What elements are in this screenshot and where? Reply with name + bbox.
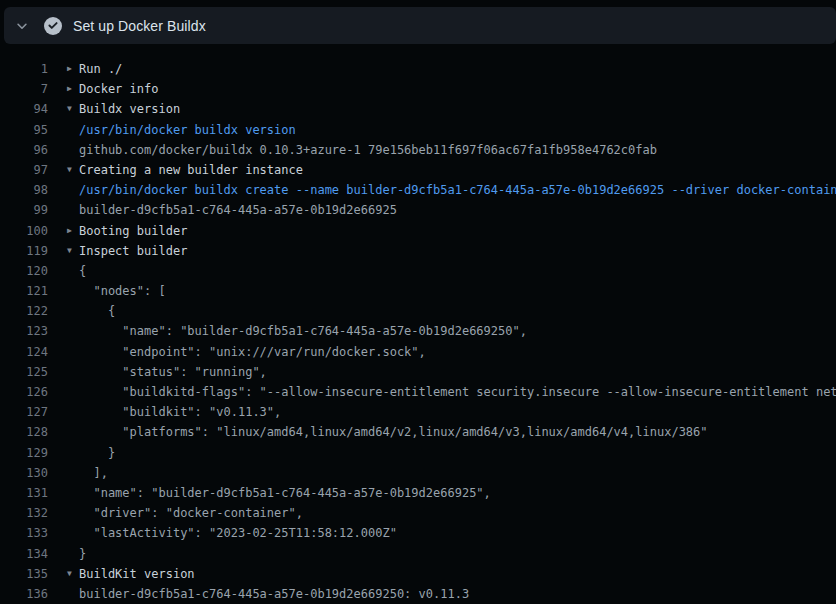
log-group-row[interactable]: 100▶Booting builder [0, 221, 836, 241]
line-number[interactable]: 133 [0, 523, 48, 543]
group-title: Docker info [79, 79, 158, 99]
log-text: } [79, 443, 115, 463]
log-group-row[interactable]: 135▼BuildKit version [0, 564, 836, 584]
log-group-row[interactable]: 94▼Buildx version [0, 99, 836, 119]
line-number[interactable]: 128 [0, 422, 48, 442]
log-group-row[interactable]: 7▶Docker info [0, 79, 836, 99]
log-text: builder-d9cfb5a1-c764-445a-a57e-0b19d2e6… [79, 584, 469, 604]
status-check-icon [44, 17, 62, 35]
line-number[interactable]: 125 [0, 362, 48, 382]
gutter-spacer [67, 584, 79, 604]
command-text: /usr/bin/docker buildx version [79, 120, 296, 140]
group-title: Inspect builder [79, 241, 187, 261]
gutter-spacer [67, 503, 79, 523]
log-row: 136builder-d9cfb5a1-c764-445a-a57e-0b19d… [0, 584, 836, 604]
line-number[interactable]: 97 [0, 160, 48, 180]
log-row: 123 "name": "builder-d9cfb5a1-c764-445a-… [0, 321, 836, 341]
line-number[interactable]: 1 [0, 59, 48, 79]
log-row: 120{ [0, 261, 836, 281]
log-text: "status": "running", [79, 362, 267, 382]
log-lines: 1▶Run ./7▶Docker info94▼Buildx version95… [0, 59, 836, 604]
log-row: 127 "buildkit": "v0.11.3", [0, 402, 836, 422]
log-group-row[interactable]: 97▼Creating a new builder instance [0, 160, 836, 180]
group-title: Creating a new builder instance [79, 160, 303, 180]
line-number[interactable]: 129 [0, 443, 48, 463]
log-text: "platforms": "linux/amd64,linux/amd64/v2… [79, 422, 708, 442]
line-number[interactable]: 136 [0, 584, 48, 604]
log-row: 132 "driver": "docker-container", [0, 503, 836, 523]
collapse-group-icon[interactable]: ▼ [67, 241, 79, 261]
line-number[interactable]: 134 [0, 544, 48, 564]
gutter-spacer [67, 200, 79, 220]
actions-log-viewer: Set up Docker Buildx 1▶Run ./7▶Docker in… [0, 0, 836, 604]
gutter-spacer [67, 523, 79, 543]
expand-group-icon[interactable]: ▶ [67, 79, 79, 99]
line-number[interactable]: 95 [0, 120, 48, 140]
log-row: 131 "name": "builder-d9cfb5a1-c764-445a-… [0, 483, 836, 503]
collapse-group-icon[interactable]: ▼ [67, 564, 79, 584]
line-number[interactable]: 132 [0, 503, 48, 523]
log-row: 130 ], [0, 463, 836, 483]
line-number[interactable]: 127 [0, 402, 48, 422]
group-title: BuildKit version [79, 564, 195, 584]
gutter-spacer [67, 321, 79, 341]
gutter-spacer [67, 422, 79, 442]
gutter-spacer [67, 140, 79, 160]
gutter-spacer [67, 544, 79, 564]
gutter-spacer [67, 342, 79, 362]
log-text: github.com/docker/buildx 0.10.3+azure-1 … [79, 140, 657, 160]
collapse-group-icon[interactable]: ▼ [67, 160, 79, 180]
log-row: 121 "nodes": [ [0, 281, 836, 301]
gutter-spacer [67, 443, 79, 463]
line-number[interactable]: 7 [0, 79, 48, 99]
line-number[interactable]: 124 [0, 342, 48, 362]
group-title: Run ./ [79, 59, 122, 79]
gutter-spacer [67, 463, 79, 483]
step-header[interactable]: Set up Docker Buildx [4, 7, 836, 44]
log-text: "endpoint": "unix:///var/run/docker.sock… [79, 342, 426, 362]
collapse-group-icon[interactable]: ▼ [67, 99, 79, 119]
gutter-spacer [67, 362, 79, 382]
line-number[interactable]: 130 [0, 463, 48, 483]
step-title: Set up Docker Buildx [73, 18, 206, 34]
log-row: 128 "platforms": "linux/amd64,linux/amd6… [0, 422, 836, 442]
log-text: "name": "builder-d9cfb5a1-c764-445a-a57e… [79, 483, 491, 503]
log-text: "lastActivity": "2023-02-25T11:58:12.000… [79, 523, 397, 543]
log-group-row[interactable]: 119▼Inspect builder [0, 241, 836, 261]
log-row: 125 "status": "running", [0, 362, 836, 382]
line-number[interactable]: 121 [0, 281, 48, 301]
gutter-spacer [67, 382, 79, 402]
expand-group-icon[interactable]: ▶ [67, 59, 79, 79]
chevron-down-icon[interactable] [14, 18, 30, 34]
log-row: 96github.com/docker/buildx 0.10.3+azure-… [0, 140, 836, 160]
log-text: "buildkit": "v0.11.3", [79, 402, 281, 422]
expand-group-icon[interactable]: ▶ [67, 221, 79, 241]
gutter-spacer [67, 402, 79, 422]
log-text: ], [79, 463, 108, 483]
log-text: { [79, 261, 86, 281]
line-number[interactable]: 131 [0, 483, 48, 503]
command-text: /usr/bin/docker buildx create --name bui… [79, 180, 836, 200]
log-row: 122 { [0, 301, 836, 321]
log-text: "driver": "docker-container", [79, 503, 303, 523]
line-number[interactable]: 135 [0, 564, 48, 584]
log-group-row[interactable]: 1▶Run ./ [0, 59, 836, 79]
line-number[interactable]: 94 [0, 99, 48, 119]
log-row: 126 "buildkitd-flags": "--allow-insecure… [0, 382, 836, 402]
line-number[interactable]: 120 [0, 261, 48, 281]
log-row: 134} [0, 544, 836, 564]
log-text: { [79, 301, 115, 321]
line-number[interactable]: 100 [0, 221, 48, 241]
line-number[interactable]: 119 [0, 241, 48, 261]
gutter-spacer [67, 483, 79, 503]
log-text: builder-d9cfb5a1-c764-445a-a57e-0b19d2e6… [79, 200, 397, 220]
gutter-spacer [67, 120, 79, 140]
line-number[interactable]: 123 [0, 321, 48, 341]
line-number[interactable]: 98 [0, 180, 48, 200]
log-text: "name": "builder-d9cfb5a1-c764-445a-a57e… [79, 321, 527, 341]
line-number[interactable]: 99 [0, 200, 48, 220]
line-number[interactable]: 122 [0, 301, 48, 321]
line-number[interactable]: 126 [0, 382, 48, 402]
line-number[interactable]: 96 [0, 140, 48, 160]
log-text: "nodes": [ [79, 281, 166, 301]
